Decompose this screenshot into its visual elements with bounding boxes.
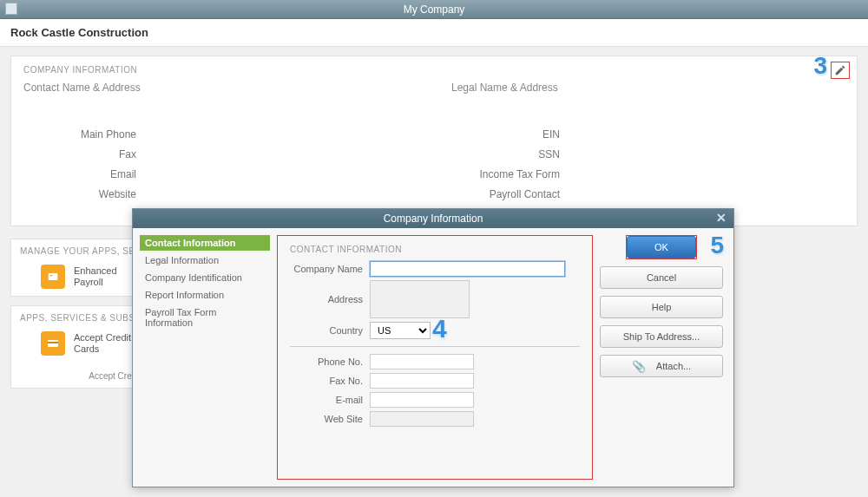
field-fax: Fax — [23, 148, 417, 160]
label-fax: Fax No. — [290, 376, 370, 386]
annotation-5: 5 — [710, 232, 724, 259]
row-phone: Phone No. — [290, 354, 580, 369]
field-payroll-contact: Payroll Contact — [451, 188, 845, 200]
sidebar-item-report-information[interactable]: Report Information — [140, 287, 270, 303]
help-button[interactable]: Help — [600, 296, 723, 318]
label-phone: Phone No. — [290, 356, 370, 367]
dialog-sidebar: Contact Information Legal Information Co… — [140, 235, 270, 480]
sidebar-item-legal-information[interactable]: Legal Information — [140, 252, 270, 268]
window-titlebar: My Company — [0, 0, 868, 19]
field-main-phone: Main Phone — [23, 128, 417, 141]
legal-column-header: Legal Name & Address — [451, 82, 845, 94]
contact-info-column: Contact Name & Address Main Phone Fax Em… — [23, 82, 417, 208]
row-fax: Fax No. — [290, 373, 580, 389]
form-section-header: CONTACT INFORMATION — [290, 245, 580, 254]
field-ein: EIN — [451, 128, 845, 141]
dialog-form-area: CONTACT INFORMATION Company Name Address… — [277, 235, 593, 480]
label-email: E-mail — [290, 395, 370, 405]
company-info-header: COMPANY INFORMATION — [23, 65, 845, 75]
dialog-title: Company Information — [384, 213, 483, 225]
row-website: Web Site — [290, 411, 580, 427]
input-email[interactable] — [370, 392, 474, 408]
label-address: Address — [290, 294, 370, 304]
label-website: Web Site — [290, 414, 370, 424]
dialog-body: Contact Information Legal Information Co… — [133, 228, 733, 487]
annotation-3: 3 — [813, 52, 827, 80]
label-country: Country — [290, 325, 370, 336]
row-company-name: Company Name — [290, 261, 580, 277]
payroll-icon — [41, 265, 65, 289]
sidebar-item-company-identification[interactable]: Company Identification — [140, 270, 270, 285]
company-name: Rock Castle Construction — [10, 26, 148, 39]
dialog-close-button[interactable]: ✕ — [714, 211, 728, 225]
dialog-titlebar: Company Information ✕ — [133, 209, 733, 228]
svg-rect-3 — [48, 342, 58, 343]
window-icon — [5, 3, 17, 15]
input-fax[interactable] — [370, 373, 474, 389]
info-columns: Contact Name & Address Main Phone Fax Em… — [23, 82, 845, 208]
input-phone[interactable] — [370, 354, 474, 369]
sidebar-item-contact-information[interactable]: Contact Information — [140, 235, 270, 251]
dialog-buttons-column: OK 5 Cancel Help Ship To Address... 📎 At… — [600, 235, 727, 480]
paperclip-icon: 📎 — [632, 360, 646, 373]
svg-rect-1 — [50, 275, 53, 276]
sidebar-item-payroll-tax-form[interactable]: Payroll Tax Form Information — [140, 304, 270, 330]
svg-rect-0 — [49, 273, 58, 280]
company-name-header: Rock Castle Construction — [0, 19, 868, 47]
company-info-panel: COMPANY INFORMATION 3 Contact Name & Add… — [10, 56, 858, 226]
field-ssn: SSN — [451, 148, 845, 160]
select-country[interactable]: US — [370, 322, 431, 339]
input-company-name[interactable] — [370, 261, 565, 277]
company-information-dialog: Company Information ✕ Contact Informatio… — [132, 208, 734, 487]
ship-to-address-button[interactable]: Ship To Address... — [600, 325, 723, 348]
legal-info-column: Legal Name & Address EIN SSN Income Tax … — [451, 82, 845, 208]
input-address[interactable] — [370, 280, 470, 318]
label-company-name: Company Name — [290, 264, 370, 274]
edit-company-info-button[interactable] — [831, 62, 850, 79]
field-website: Website — [23, 188, 417, 200]
ok-button-highlight: OK 5 — [626, 235, 697, 259]
window-title: My Company — [404, 3, 465, 16]
ok-button[interactable]: OK — [627, 236, 696, 258]
field-income-tax-form: Income Tax Form — [451, 168, 845, 180]
credit-card-icon — [41, 331, 65, 356]
row-address: Address — [290, 280, 580, 318]
pencil-icon — [834, 64, 846, 76]
field-email: Email — [23, 168, 417, 180]
input-website[interactable] — [370, 411, 474, 427]
attach-button[interactable]: 📎 Attach... — [600, 355, 723, 377]
row-email: E-mail — [290, 392, 580, 408]
annotation-4: 4 — [432, 314, 447, 343]
contact-column-header: Contact Name & Address — [23, 82, 417, 94]
cancel-button[interactable]: Cancel — [600, 266, 723, 289]
form-divider — [290, 346, 580, 347]
